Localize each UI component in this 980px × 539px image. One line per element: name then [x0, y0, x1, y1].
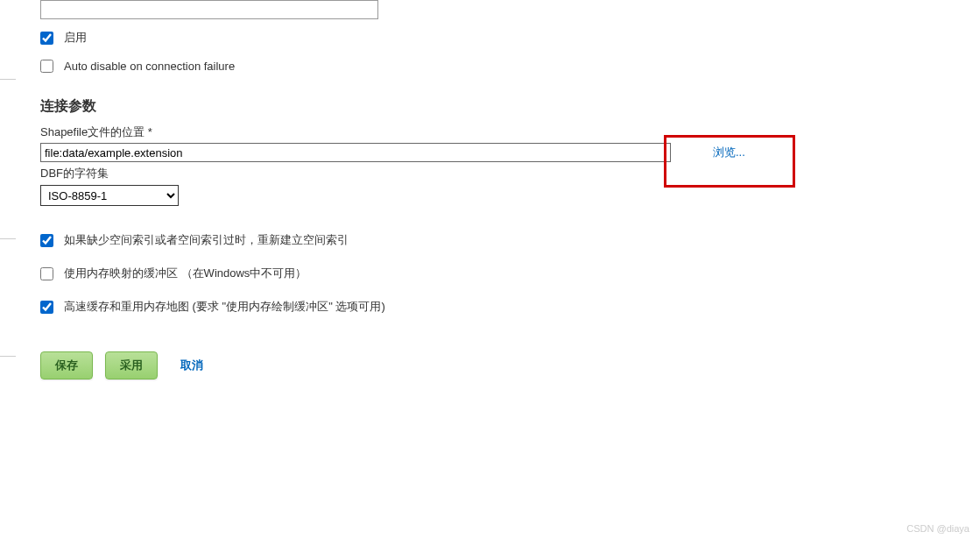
auto-disable-label: Auto disable on connection failure	[64, 60, 235, 73]
save-button[interactable]: 保存	[40, 351, 93, 379]
memory-mapped-buffer-label: 使用内存映射的缓冲区 （在Windows中不可用）	[64, 266, 307, 281]
cache-reuse-memory-map-label: 高速缓存和重用内存地图 (要求 "使用内存绘制缓冲区" 选项可用)	[64, 299, 385, 315]
rebuild-spatial-index-checkbox[interactable]	[40, 234, 53, 247]
left-divider-tick	[0, 79, 16, 80]
cache-reuse-memory-map-checkbox[interactable]	[40, 301, 53, 314]
connection-params-heading: 连接参数	[40, 97, 980, 116]
enable-label: 启用	[64, 30, 87, 46]
left-divider-tick	[0, 238, 16, 239]
browse-link[interactable]: 浏览...	[713, 145, 745, 160]
left-divider-tick	[0, 356, 16, 357]
watermark-text: CSDN @diaya	[906, 523, 969, 534]
enable-checkbox[interactable]	[40, 32, 53, 45]
cancel-link[interactable]: 取消	[180, 358, 203, 373]
auto-disable-checkbox[interactable]	[40, 60, 53, 73]
shapefile-location-label: Shapefile文件的位置 *	[40, 124, 980, 140]
top-text-input[interactable]	[40, 0, 378, 19]
memory-mapped-buffer-checkbox[interactable]	[40, 267, 53, 280]
shapefile-location-input[interactable]	[40, 143, 671, 162]
dbf-charset-label: DBF的字符集	[40, 166, 980, 181]
rebuild-spatial-index-label: 如果缺少空间索引或者空间索引过时，重新建立空间索引	[64, 232, 349, 248]
dbf-charset-select[interactable]: ISO-8859-1	[40, 185, 179, 206]
apply-button[interactable]: 采用	[105, 351, 158, 379]
